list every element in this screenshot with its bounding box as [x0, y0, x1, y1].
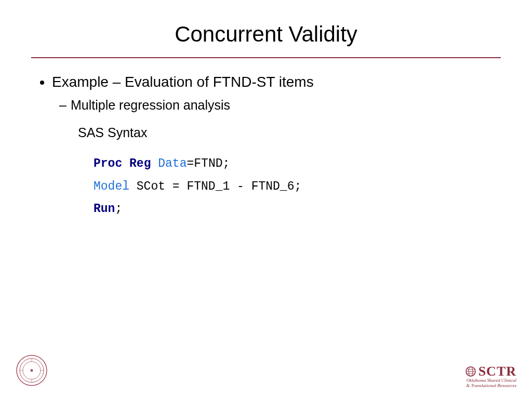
content-area: Example – Evaluation of FTND-ST items Mu…: [0, 58, 532, 221]
svg-point-3: [31, 369, 33, 372]
keyword-run: Run: [94, 202, 115, 216]
globe-icon: [465, 366, 476, 377]
university-seal: [16, 354, 48, 389]
slide-title: Concurrent Validity: [0, 0, 532, 57]
code-text: =FTND;: [187, 157, 230, 170]
keyword-proc: Proc: [94, 157, 122, 170]
logo-subtitle-2: & Translational Resources: [466, 383, 516, 389]
code-line-2: Model SCot = FTND_1 - FTND_6;: [94, 176, 496, 198]
syntax-label: SAS Syntax: [78, 125, 496, 140]
code-block: Proc Reg Data=FTND; Model SCot = FTND_1 …: [94, 153, 496, 221]
keyword-data: Data: [158, 157, 187, 170]
code-text: SCot = FTND_1 - FTND_6;: [129, 180, 301, 193]
code-line-1: Proc Reg Data=FTND;: [94, 153, 496, 176]
bullet-level-2: Multiple regression analysis: [71, 98, 496, 113]
code-line-3: Run;: [94, 198, 496, 221]
logo-text: SCTR: [478, 365, 516, 378]
bullet-level-1: Example – Evaluation of FTND-ST items: [52, 74, 496, 90]
keyword-reg: Reg: [129, 157, 151, 170]
code-text: ;: [115, 202, 122, 216]
sctr-logo: SCTR Oklahoma Shared Clinical & Translat…: [465, 365, 516, 389]
keyword-model: Model: [94, 180, 129, 193]
footer: SCTR Oklahoma Shared Clinical & Translat…: [0, 354, 532, 389]
